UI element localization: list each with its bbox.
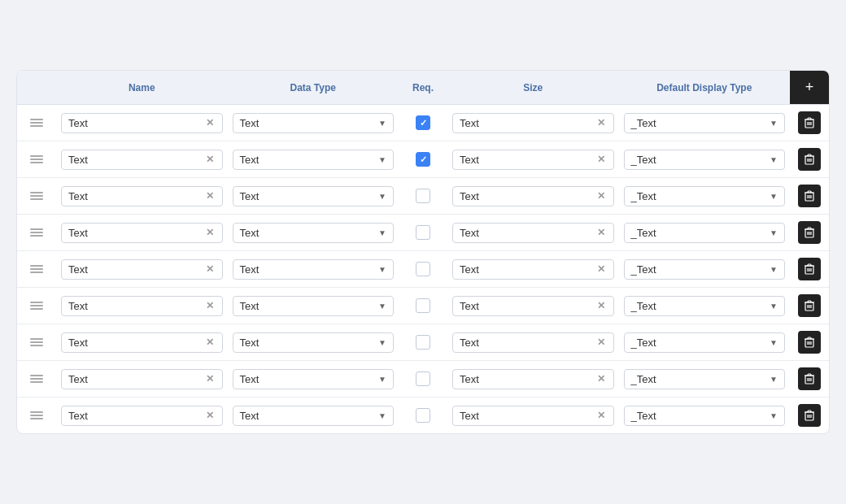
- add-column-button[interactable]: +: [790, 71, 829, 104]
- delete-cell-0[interactable]: [790, 105, 829, 141]
- size-input-0[interactable]: Text: [460, 117, 592, 129]
- size-input-6[interactable]: Text: [460, 337, 592, 349]
- name-clear-btn-2[interactable]: ✕: [204, 190, 216, 202]
- size-input-2[interactable]: Text: [460, 190, 592, 202]
- size-clear-btn-5[interactable]: ✕: [595, 300, 607, 311]
- name-clear-btn-1[interactable]: ✕: [204, 154, 216, 165]
- name-input-5[interactable]: Text: [68, 300, 201, 312]
- drag-handle-8[interactable]: [30, 411, 43, 419]
- size-clear-btn-7[interactable]: ✕: [595, 373, 607, 385]
- req-checkbox-7[interactable]: [416, 371, 430, 386]
- name-clear-btn-3[interactable]: ✕: [204, 227, 216, 238]
- drag-cell-3[interactable]: [17, 222, 56, 243]
- name-input-0[interactable]: Text: [68, 117, 201, 129]
- name-input-8[interactable]: Text: [68, 410, 201, 422]
- delete-cell-8[interactable]: [790, 398, 829, 433]
- drag-cell-6[interactable]: [17, 332, 56, 353]
- data-type-select-2[interactable]: Text ▼: [233, 186, 395, 206]
- req-checkbox-1[interactable]: [416, 152, 430, 167]
- delete-cell-5[interactable]: [790, 288, 829, 324]
- delete-btn-8[interactable]: [798, 404, 821, 427]
- delete-btn-4[interactable]: [798, 258, 821, 280]
- display-type-select-6[interactable]: _Text ▼: [624, 332, 786, 353]
- delete-btn-5[interactable]: [798, 294, 821, 317]
- delete-cell-1[interactable]: [790, 141, 829, 177]
- size-input-3[interactable]: Text: [460, 227, 592, 239]
- delete-btn-3[interactable]: [798, 221, 821, 244]
- drag-cell-1[interactable]: [17, 149, 56, 170]
- data-type-select-7[interactable]: Text ▼: [233, 369, 395, 389]
- display-type-select-0[interactable]: _Text ▼: [624, 113, 786, 133]
- delete-btn-6[interactable]: [798, 331, 821, 354]
- drag-handle-1[interactable]: [30, 155, 43, 163]
- size-input-8[interactable]: Text: [460, 410, 592, 422]
- req-checkbox-5[interactable]: [416, 298, 430, 313]
- size-clear-btn-0[interactable]: ✕: [595, 117, 607, 128]
- req-cell-7[interactable]: [399, 365, 447, 393]
- drag-handle-6[interactable]: [30, 338, 43, 346]
- data-type-select-5[interactable]: Text ▼: [233, 296, 395, 316]
- delete-cell-3[interactable]: [790, 215, 829, 250]
- drag-cell-4[interactable]: [17, 259, 56, 280]
- delete-btn-2[interactable]: [798, 185, 821, 207]
- display-type-select-5[interactable]: _Text ▼: [624, 296, 786, 316]
- delete-btn-7[interactable]: [798, 367, 821, 390]
- delete-cell-4[interactable]: [790, 251, 829, 287]
- name-clear-btn-0[interactable]: ✕: [204, 117, 216, 128]
- req-cell-5[interactable]: [399, 292, 447, 319]
- drag-cell-2[interactable]: [17, 185, 56, 206]
- display-type-select-2[interactable]: _Text ▼: [624, 186, 786, 206]
- name-input-1[interactable]: Text: [68, 154, 201, 166]
- drag-handle-0[interactable]: [30, 119, 43, 127]
- delete-btn-0[interactable]: [798, 111, 821, 134]
- req-cell-4[interactable]: [399, 255, 447, 283]
- size-input-7[interactable]: Text: [460, 373, 592, 385]
- name-clear-btn-4[interactable]: ✕: [204, 263, 216, 275]
- size-input-4[interactable]: Text: [460, 263, 592, 276]
- size-input-5[interactable]: Text: [460, 300, 592, 312]
- size-clear-btn-6[interactable]: ✕: [595, 337, 607, 348]
- req-checkbox-6[interactable]: [416, 335, 430, 350]
- req-cell-6[interactable]: [399, 328, 447, 356]
- data-type-select-4[interactable]: Text ▼: [233, 259, 395, 280]
- name-input-2[interactable]: Text: [68, 190, 201, 202]
- size-clear-btn-2[interactable]: ✕: [595, 190, 607, 202]
- data-type-select-1[interactable]: Text ▼: [233, 150, 395, 170]
- drag-cell-8[interactable]: [17, 405, 56, 426]
- display-type-select-8[interactable]: _Text ▼: [624, 406, 786, 426]
- size-clear-btn-8[interactable]: ✕: [595, 410, 607, 421]
- data-type-select-8[interactable]: Text ▼: [233, 406, 395, 426]
- size-clear-btn-3[interactable]: ✕: [595, 227, 607, 238]
- name-input-3[interactable]: Text: [68, 227, 201, 239]
- req-cell-1[interactable]: [399, 146, 447, 173]
- name-input-4[interactable]: Text: [68, 263, 201, 276]
- display-type-select-4[interactable]: _Text ▼: [624, 259, 786, 280]
- req-cell-2[interactable]: [399, 182, 447, 210]
- req-cell-8[interactable]: [399, 402, 447, 429]
- drag-cell-0[interactable]: [17, 112, 56, 133]
- drag-handle-3[interactable]: [30, 228, 43, 237]
- size-input-1[interactable]: Text: [460, 154, 592, 166]
- drag-cell-7[interactable]: [17, 368, 56, 389]
- drag-cell-5[interactable]: [17, 295, 56, 316]
- data-type-select-6[interactable]: Text ▼: [233, 332, 395, 353]
- req-cell-3[interactable]: [399, 219, 447, 246]
- drag-handle-7[interactable]: [30, 375, 43, 383]
- drag-handle-4[interactable]: [30, 265, 43, 273]
- name-clear-btn-8[interactable]: ✕: [204, 410, 216, 421]
- data-type-select-3[interactable]: Text ▼: [233, 223, 395, 243]
- req-checkbox-0[interactable]: [416, 115, 430, 130]
- name-input-7[interactable]: Text: [68, 373, 201, 385]
- size-clear-btn-4[interactable]: ✕: [595, 263, 607, 275]
- req-checkbox-8[interactable]: [416, 408, 430, 423]
- delete-btn-1[interactable]: [798, 148, 821, 171]
- delete-cell-6[interactable]: [790, 324, 829, 360]
- req-cell-0[interactable]: [399, 109, 447, 137]
- display-type-select-3[interactable]: _Text ▼: [624, 223, 786, 243]
- delete-cell-2[interactable]: [790, 178, 829, 214]
- req-checkbox-2[interactable]: [416, 189, 430, 203]
- drag-handle-5[interactable]: [30, 302, 43, 310]
- drag-handle-2[interactable]: [30, 192, 43, 200]
- req-checkbox-3[interactable]: [416, 225, 430, 240]
- name-input-6[interactable]: Text: [68, 337, 201, 349]
